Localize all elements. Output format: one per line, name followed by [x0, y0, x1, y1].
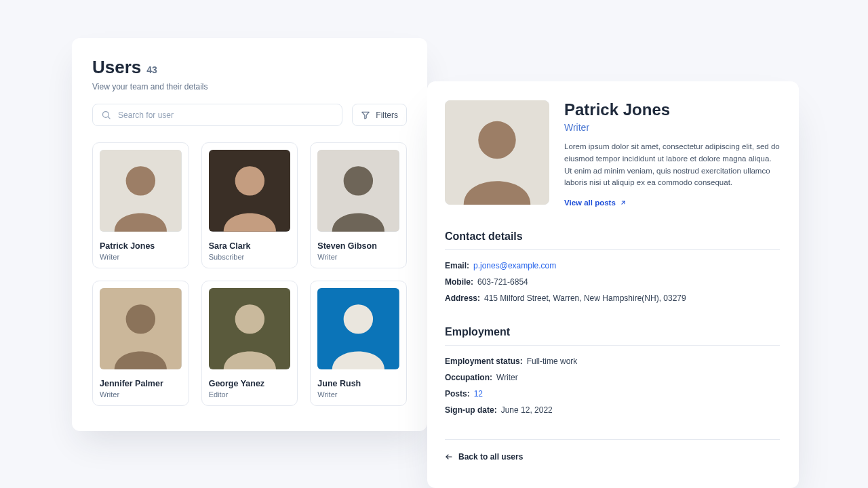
occupation-value: Writer [496, 373, 518, 382]
users-count: 43 [146, 64, 157, 75]
user-role: Writer [100, 253, 182, 261]
svg-point-4 [126, 166, 155, 195]
search-icon [101, 110, 111, 120]
user-role: Writer [317, 253, 399, 261]
user-avatar [317, 150, 399, 232]
back-label: Back to all users [458, 452, 523, 462]
address-label: Address: [445, 293, 480, 303]
mobile-label: Mobile: [445, 277, 473, 287]
svg-marker-2 [362, 112, 370, 119]
posts-label: Posts: [445, 389, 470, 399]
posts-value[interactable]: 12 [474, 389, 483, 399]
user-name: George Yanez [209, 379, 291, 388]
user-avatar [100, 150, 182, 232]
user-detail-panel: Patrick Jones Writer Lorem ipsum dolor s… [427, 81, 799, 488]
email-value[interactable]: p.jones@example.com [473, 261, 556, 270]
svg-point-16 [478, 121, 515, 159]
user-card[interactable]: Steven GibsonWriter [310, 142, 407, 268]
back-to-users-link[interactable]: Back to all users [445, 439, 780, 462]
svg-point-14 [344, 304, 373, 333]
user-card[interactable]: George YanezEditor [201, 281, 298, 407]
user-role: Subscriber [209, 253, 291, 261]
search-input-wrapper[interactable] [92, 104, 342, 126]
user-card[interactable]: Jennifer PalmerWriter [92, 281, 189, 407]
user-role: Writer [100, 390, 182, 399]
users-subtitle: View your team and their details [92, 82, 407, 92]
contact-heading: Contact details [445, 230, 780, 250]
user-name: June Rush [317, 379, 399, 388]
user-avatar [209, 288, 291, 370]
occupation-label: Occupation: [445, 373, 492, 382]
contact-section: Contact details Email: p.jones@example.c… [445, 230, 780, 303]
user-avatar [100, 288, 182, 370]
user-name: Steven Gibson [317, 241, 399, 251]
address-value: 415 Milford Street, Warren, New Hampshir… [484, 293, 686, 303]
employment-heading: Employment [445, 326, 780, 346]
employment-status-label: Employment status: [445, 357, 523, 366]
detail-role: Writer [564, 122, 780, 133]
user-name: Sara Clark [209, 241, 291, 251]
mobile-value: 603-721-6854 [477, 277, 528, 287]
view-all-posts-link[interactable]: View all posts [564, 199, 627, 207]
user-card[interactable]: June RushWriter [310, 281, 407, 407]
user-name: Jennifer Palmer [100, 379, 182, 388]
user-avatar [209, 150, 291, 232]
arrow-left-icon [445, 453, 453, 461]
signup-label: Sign-up date: [445, 405, 497, 415]
users-header: Users 43 [92, 57, 407, 78]
detail-avatar [445, 100, 549, 205]
user-role: Editor [209, 390, 291, 399]
user-card[interactable]: Sara ClarkSubscriber [201, 142, 298, 268]
user-name: Patrick Jones [100, 241, 182, 251]
employment-section: Employment Employment status: Full-time … [445, 326, 780, 415]
svg-line-1 [108, 117, 110, 119]
users-panel: Users 43 View your team and their detail… [72, 38, 427, 431]
svg-point-8 [344, 166, 373, 195]
users-grid: Patrick JonesWriterSara ClarkSubscriberS… [92, 142, 407, 406]
user-avatar [317, 288, 399, 370]
employment-status-value: Full-time work [527, 357, 578, 366]
user-role: Writer [317, 390, 399, 399]
svg-point-10 [126, 304, 155, 333]
svg-point-6 [235, 166, 264, 195]
signup-value: June 12, 2022 [501, 405, 553, 415]
email-label: Email: [445, 261, 469, 270]
filters-button[interactable]: Filters [352, 104, 407, 126]
svg-line-17 [622, 201, 625, 204]
users-title: Users [92, 57, 141, 78]
user-card[interactable]: Patrick JonesWriter [92, 142, 189, 268]
view-all-posts-label: View all posts [564, 199, 616, 207]
detail-bio: Lorem ipsum dolor sit amet, consectetur … [564, 141, 780, 189]
filters-label: Filters [376, 110, 398, 120]
search-input[interactable] [118, 110, 334, 120]
arrow-up-right-icon [620, 199, 627, 206]
svg-point-12 [235, 304, 264, 333]
detail-name: Patrick Jones [564, 100, 780, 119]
filter-icon [361, 110, 370, 120]
